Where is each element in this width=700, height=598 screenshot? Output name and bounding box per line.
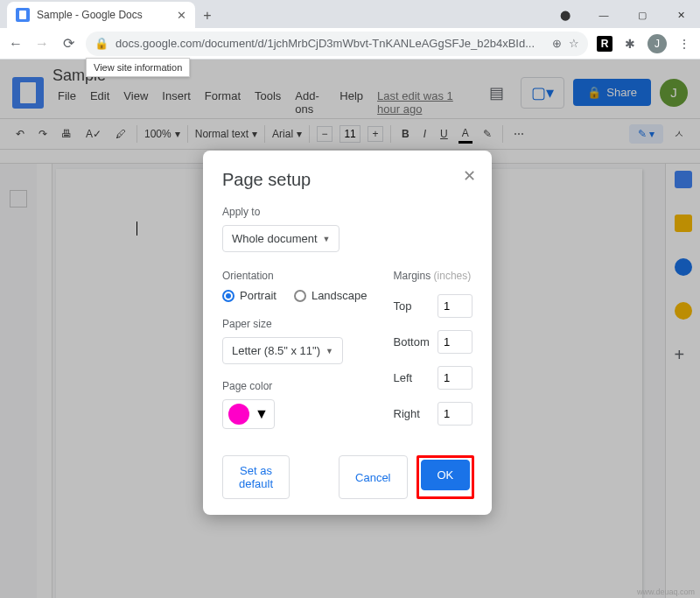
menu-bar: File Edit View Insert Format Tools Add-o… xyxy=(52,87,472,118)
menu-view[interactable]: View xyxy=(118,87,153,118)
ok-highlight: OK xyxy=(416,455,475,499)
margins-label: Margins (inches) xyxy=(394,270,472,282)
editing-mode-button[interactable]: ✎ ▾ xyxy=(629,124,663,144)
menu-tools[interactable]: Tools xyxy=(249,87,286,118)
comments-icon[interactable]: ▤ xyxy=(480,77,512,109)
page-color-select[interactable]: ▼ xyxy=(222,399,275,429)
docs-logo-icon[interactable] xyxy=(12,77,44,109)
cancel-button[interactable]: Cancel xyxy=(339,455,407,499)
calendar-icon[interactable] xyxy=(675,171,692,188)
add-on-plus-icon[interactable]: + xyxy=(675,346,692,363)
tab-title: Sample - Google Docs xyxy=(37,9,170,21)
font-select[interactable]: Arial ▾ xyxy=(272,128,302,140)
dialog-close-icon[interactable]: ✕ xyxy=(463,166,476,186)
margin-top-input[interactable] xyxy=(438,294,472,318)
menu-help[interactable]: Help xyxy=(334,87,368,118)
text-cursor xyxy=(136,222,137,236)
close-window-button[interactable]: ✕ xyxy=(662,2,700,28)
menu-format[interactable]: Format xyxy=(200,87,246,118)
profile-avatar[interactable]: J xyxy=(648,34,667,53)
vertical-ruler[interactable] xyxy=(37,164,52,598)
print-icon[interactable]: 🖶 xyxy=(58,126,75,142)
style-select[interactable]: Normal text ▾ xyxy=(195,128,257,140)
paint-format-icon[interactable]: 🖊 xyxy=(112,126,130,142)
tasks-icon[interactable] xyxy=(675,258,692,276)
margin-bottom-input[interactable] xyxy=(438,330,472,354)
menu-file[interactable]: File xyxy=(52,87,81,118)
close-tab-icon[interactable]: ✕ xyxy=(177,9,186,22)
share-button[interactable]: 🔒 Share xyxy=(573,79,651,106)
underline-icon[interactable]: U xyxy=(437,126,452,142)
star-icon[interactable]: ☆ xyxy=(569,37,579,50)
paper-size-label: Paper size xyxy=(222,318,368,330)
paper-size-select[interactable]: Letter (8.5" x 11")▼ xyxy=(222,337,343,364)
docs-favicon xyxy=(16,8,30,22)
extension-r-icon[interactable]: R xyxy=(597,36,612,52)
orientation-landscape-radio[interactable]: Landscape xyxy=(294,289,368,302)
margin-top-label: Top xyxy=(394,299,412,313)
chrome-menu-icon[interactable]: ⋮ xyxy=(676,35,693,53)
color-swatch-icon xyxy=(228,404,249,425)
italic-icon[interactable]: I xyxy=(420,126,430,142)
url-text: docs.google.com/document/d/1jchMrbCjD3mW… xyxy=(116,37,545,50)
browser-titlebar: Sample - Google Docs ✕ + ⬤ ― ▢ ✕ xyxy=(0,0,700,28)
watermark: www.deuaq.com xyxy=(637,587,695,596)
address-bar[interactable]: 🔒 docs.google.com/document/d/1jchMrbCjD3… xyxy=(86,32,588,56)
minimize-button[interactable]: ― xyxy=(584,2,623,28)
new-tab-button[interactable]: + xyxy=(195,4,220,28)
zoom-select[interactable]: 100% ▾ xyxy=(144,128,180,140)
extensions-icon[interactable]: ✱ xyxy=(621,35,639,53)
dialog-title: Page setup xyxy=(222,170,472,190)
apply-to-label: Apply to xyxy=(222,206,472,218)
ok-button[interactable]: OK xyxy=(421,460,471,490)
increase-font-icon[interactable]: + xyxy=(368,126,383,142)
zoom-icon[interactable]: ⊕ xyxy=(552,37,562,50)
page-color-label: Page color xyxy=(222,380,368,392)
browser-toolbar: ← → ⟳ 🔒 docs.google.com/document/d/1jchM… xyxy=(0,28,700,60)
orientation-portrait-radio[interactable]: Portrait xyxy=(222,289,276,302)
margin-right-input[interactable] xyxy=(438,402,472,426)
set-default-button[interactable]: Set as default xyxy=(222,455,290,499)
margin-bottom-label: Bottom xyxy=(394,335,430,348)
orientation-label: Orientation xyxy=(222,270,368,282)
reload-button[interactable]: ⟳ xyxy=(60,35,77,52)
font-size-input[interactable] xyxy=(340,125,360,143)
margin-left-input[interactable] xyxy=(438,366,472,390)
menu-insert[interactable]: Insert xyxy=(157,87,196,118)
margin-right-label: Right xyxy=(394,407,420,420)
highlight-icon[interactable]: ✎ xyxy=(480,126,495,142)
keep-icon[interactable] xyxy=(675,215,692,232)
bold-icon[interactable]: B xyxy=(398,126,413,142)
forward-button: → xyxy=(33,36,51,52)
present-button[interactable]: ▢▾ xyxy=(521,77,564,109)
hide-menus-icon[interactable]: ㅅ xyxy=(670,125,688,144)
more-icon[interactable]: ⋯ xyxy=(510,126,528,142)
user-indicator-icon[interactable]: ⬤ xyxy=(546,2,584,28)
last-edit-link[interactable]: Last edit was 1 hour ago xyxy=(372,87,472,118)
spellcheck-icon[interactable]: A✓ xyxy=(82,126,105,142)
browser-tab[interactable]: Sample - Google Docs ✕ xyxy=(7,2,195,28)
redo-icon[interactable]: ↷ xyxy=(35,126,51,142)
outline-toggle[interactable] xyxy=(0,164,37,598)
undo-icon[interactable]: ↶ xyxy=(12,126,28,142)
apply-to-select[interactable]: Whole document▼ xyxy=(222,225,340,252)
formatting-toolbar: ↶ ↷ 🖶 A✓ 🖊 100% ▾ Normal text ▾ Arial ▾ … xyxy=(0,118,700,150)
side-panel: + xyxy=(665,164,700,598)
lock-icon[interactable]: 🔒 xyxy=(94,37,108,50)
maps-icon[interactable] xyxy=(675,302,692,320)
back-button[interactable]: ← xyxy=(7,36,24,52)
decrease-font-icon[interactable]: − xyxy=(317,126,332,142)
menu-edit[interactable]: Edit xyxy=(85,87,115,118)
text-color-icon[interactable]: A xyxy=(458,125,472,144)
page-setup-dialog: Page setup ✕ Apply to Whole document▼ Or… xyxy=(203,151,492,515)
site-info-tooltip: View site information xyxy=(86,58,190,77)
menu-addons[interactable]: Add-ons xyxy=(290,87,331,118)
maximize-button[interactable]: ▢ xyxy=(623,2,662,28)
margin-left-label: Left xyxy=(394,371,413,384)
account-avatar[interactable]: J xyxy=(660,79,688,107)
